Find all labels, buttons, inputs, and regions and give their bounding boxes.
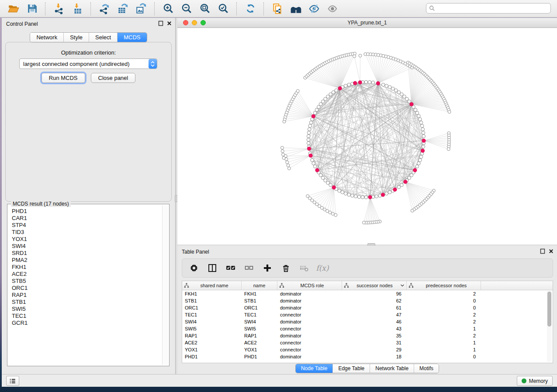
zoom-out-icon[interactable] (180, 2, 193, 15)
hide-details-icon[interactable] (308, 2, 321, 15)
mcds-result-item[interactable]: RAP1 (12, 292, 168, 299)
settings-icon[interactable] (189, 263, 199, 273)
open-file-icon[interactable] (7, 2, 20, 15)
close-panel-button[interactable]: Close panel (91, 73, 136, 83)
export-table-icon[interactable] (116, 2, 129, 15)
table-cell-shared-name: SWI5 (182, 326, 242, 331)
table-cell-predecessor-nodes: 1 (407, 326, 481, 331)
close-panel-icon[interactable] (167, 21, 172, 26)
zoom-fit-icon[interactable] (198, 2, 211, 15)
table-cell-name: STB1 (242, 298, 277, 303)
mcds-result-item[interactable]: TID3 (12, 229, 168, 236)
import-table-icon[interactable] (71, 2, 84, 15)
list-icon (9, 378, 16, 384)
show-panels-button[interactable] (6, 376, 19, 386)
mcds-result-item[interactable]: YOX1 (12, 236, 168, 243)
table-row[interactable]: YOX1YOX1connector291 (182, 346, 553, 353)
mcds-result-scrollbar[interactable] (162, 205, 168, 365)
column-header-filler (481, 281, 553, 290)
run-mcds-button[interactable]: Run MCDS (42, 73, 85, 83)
select-all-icon[interactable] (226, 263, 235, 273)
network-window-titlebar: YPA_prune.txt_1 (177, 18, 557, 28)
table-row[interactable]: RAP1RAP1dominator352 (182, 332, 553, 339)
tab-style[interactable]: Style (63, 33, 89, 42)
tab-network[interactable]: Network (30, 33, 63, 42)
search-input[interactable] (435, 5, 548, 12)
toolbar-separator (236, 2, 237, 15)
control-panel-header: Control Panel (2, 18, 175, 29)
float-panel-icon[interactable] (158, 21, 163, 26)
mcds-result-item[interactable]: SWI4 (12, 243, 168, 250)
zoom-in-icon[interactable] (162, 2, 175, 15)
memory-label: Memory (529, 378, 548, 384)
tab-network-table[interactable]: Network Table (370, 364, 414, 373)
mcds-result-item[interactable]: GCR1 (12, 320, 168, 327)
table-cell-shared-name: YOX1 (182, 347, 242, 352)
column-header-name[interactable]: name (242, 281, 277, 290)
table-row[interactable]: PHD1PHD1dominator180 (182, 353, 553, 360)
table-scrollbar-thumb[interactable] (547, 292, 551, 327)
mcds-result-item[interactable]: STB1 (12, 299, 168, 306)
table-body: FKH1FKH1dominator962STB1STB1dominator620… (182, 290, 553, 360)
table-row[interactable]: SWI5SWI5connector431 (182, 325, 553, 332)
table-cell-mcds-role: connector (277, 340, 342, 345)
network-graph (177, 28, 557, 244)
optimization-criterion-dropdown[interactable]: largest connected component (undirected) (19, 58, 157, 69)
export-network-icon[interactable] (98, 2, 111, 15)
attribute-icon (408, 283, 414, 288)
table-row[interactable]: SWI4SWI4dominator462 (182, 318, 553, 325)
table-row[interactable]: ACE2ACE2connector311 (182, 339, 553, 346)
mcds-result-item[interactable]: PHD1 (12, 208, 168, 215)
mcds-result-item[interactable]: ORC1 (12, 285, 168, 292)
tab-node-table[interactable]: Node Table (296, 364, 333, 373)
control-panel: Control Panel Network Style Select MCDS … (2, 18, 176, 375)
column-header-successor-nodes[interactable]: successor nodes (342, 281, 407, 290)
table-row[interactable]: ORC1ORC1dominator610 (182, 304, 553, 311)
column-header-shared-name[interactable]: shared name (182, 281, 242, 290)
tab-select[interactable]: Select (89, 33, 117, 42)
mcds-result-item[interactable]: STP4 (12, 222, 168, 229)
zoom-selected-icon[interactable] (217, 2, 230, 15)
close-panel-icon[interactable] (549, 249, 554, 254)
mcds-result-item[interactable]: ACE2 (12, 271, 168, 278)
column-header-mcds-role[interactable]: MCDS role (277, 281, 342, 290)
mcds-result-item[interactable]: FKH1 (12, 264, 168, 271)
control-panel-title: Control Panel (6, 21, 38, 27)
tab-mcds[interactable]: MCDS (117, 33, 146, 42)
refresh-icon[interactable] (244, 2, 257, 15)
search-network-icon[interactable] (289, 2, 302, 15)
search-field[interactable] (426, 3, 551, 14)
mcds-result-item[interactable]: SWI5 (12, 306, 168, 313)
table-panel: Table Panel f(x) (177, 246, 557, 375)
import-network-icon[interactable] (52, 2, 66, 15)
table-row[interactable]: TEC1TEC1connector472 (182, 311, 553, 318)
float-panel-icon[interactable] (540, 248, 545, 254)
mcds-result-item[interactable]: SRD1 (12, 250, 168, 257)
function-builder-icon: f(x) (318, 263, 327, 273)
network-canvas[interactable] (177, 28, 557, 244)
table-toolbar: f(x) (182, 258, 553, 278)
memory-button[interactable]: Memory (517, 376, 553, 386)
mcds-result-item[interactable]: CAR1 (12, 215, 168, 222)
application-window: Control Panel Network Style Select MCDS … (0, 0, 557, 392)
export-image-icon[interactable] (135, 2, 148, 15)
columns-icon[interactable] (208, 263, 217, 273)
mcds-result-item[interactable]: STB5 (12, 278, 168, 285)
table-scrollbar[interactable] (547, 291, 552, 362)
delete-row-icon[interactable] (281, 263, 291, 273)
tab-edge-table[interactable]: Edge Table (332, 364, 370, 373)
mcds-result-item[interactable]: PMA2 (12, 257, 168, 264)
table-cell-name: TEC1 (242, 312, 277, 317)
mcds-result-item[interactable]: TEC1 (12, 313, 168, 320)
table-cell-shared-name: RAP1 (182, 333, 242, 338)
tab-motifs[interactable]: Motifs (414, 364, 439, 373)
table-row[interactable]: FKH1FKH1dominator962 (182, 290, 553, 297)
add-row-icon[interactable] (263, 263, 272, 273)
table-cell-mcds-role: dominator (277, 333, 342, 338)
deselect-all-icon[interactable] (244, 263, 254, 273)
save-session-icon[interactable] (25, 2, 38, 15)
share-session-icon[interactable] (271, 2, 284, 15)
table-cell-mcds-role: connector (277, 326, 342, 331)
table-row[interactable]: STB1STB1dominator620 (182, 297, 553, 304)
column-header-predecessor-nodes[interactable]: predecessor nodes (407, 281, 481, 290)
